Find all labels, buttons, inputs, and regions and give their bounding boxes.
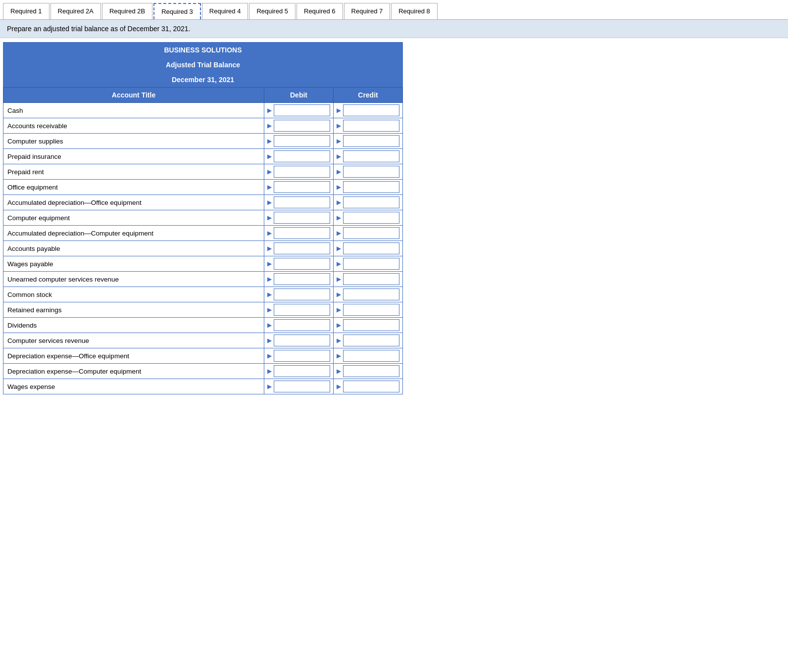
debit-cell[interactable]: ▶ bbox=[264, 118, 334, 134]
credit-cell[interactable]: ▶ bbox=[334, 318, 403, 333]
debit-input[interactable] bbox=[274, 227, 330, 239]
debit-input[interactable] bbox=[274, 319, 330, 331]
tab-req8[interactable]: Required 8 bbox=[391, 3, 438, 19]
credit-input[interactable] bbox=[343, 135, 399, 147]
debit-cell[interactable]: ▶ bbox=[264, 210, 334, 226]
tab-bar: Required 1Required 2ARequired 2BRequired… bbox=[0, 0, 788, 20]
debit-input[interactable] bbox=[274, 135, 330, 147]
credit-cell[interactable]: ▶ bbox=[334, 333, 403, 348]
tab-req3[interactable]: Required 3 bbox=[153, 3, 201, 19]
credit-cell[interactable]: ▶ bbox=[334, 103, 403, 118]
debit-cell[interactable]: ▶ bbox=[264, 348, 334, 364]
debit-input[interactable] bbox=[274, 381, 330, 392]
credit-cell[interactable]: ▶ bbox=[334, 226, 403, 241]
credit-input[interactable] bbox=[343, 304, 399, 316]
debit-cell[interactable]: ▶ bbox=[264, 272, 334, 287]
debit-input[interactable] bbox=[274, 304, 330, 316]
debit-input[interactable] bbox=[274, 288, 330, 300]
debit-cell[interactable]: ▶ bbox=[264, 149, 334, 164]
credit-input[interactable] bbox=[343, 258, 399, 270]
debit-input[interactable] bbox=[274, 181, 330, 193]
credit-input[interactable] bbox=[343, 350, 399, 362]
debit-cell[interactable]: ▶ bbox=[264, 103, 334, 118]
credit-cell[interactable]: ▶ bbox=[334, 180, 403, 195]
debit-arrow-icon: ▶ bbox=[267, 199, 272, 206]
table-title-1: BUSINESS SOLUTIONS bbox=[3, 43, 403, 58]
debit-input[interactable] bbox=[274, 104, 330, 116]
credit-input[interactable] bbox=[343, 227, 399, 239]
credit-input[interactable] bbox=[343, 319, 399, 331]
credit-arrow-icon: ▶ bbox=[337, 276, 341, 283]
debit-input[interactable] bbox=[274, 150, 330, 162]
debit-input[interactable] bbox=[274, 166, 330, 178]
debit-cell[interactable]: ▶ bbox=[264, 364, 334, 379]
debit-cell[interactable]: ▶ bbox=[264, 164, 334, 180]
account-title-cell: Common stock bbox=[3, 287, 264, 302]
debit-input[interactable] bbox=[274, 258, 330, 270]
tab-req2b[interactable]: Required 2B bbox=[102, 3, 152, 19]
tab-req1[interactable]: Required 1 bbox=[3, 3, 49, 19]
credit-input[interactable] bbox=[343, 381, 399, 392]
debit-input[interactable] bbox=[274, 335, 330, 346]
credit-input[interactable] bbox=[343, 104, 399, 116]
debit-cell[interactable]: ▶ bbox=[264, 379, 334, 394]
credit-input[interactable] bbox=[343, 181, 399, 193]
debit-cell[interactable]: ▶ bbox=[264, 302, 334, 318]
credit-arrow-icon: ▶ bbox=[337, 199, 341, 206]
debit-input[interactable] bbox=[274, 196, 330, 208]
debit-cell[interactable]: ▶ bbox=[264, 195, 334, 210]
debit-cell[interactable]: ▶ bbox=[264, 241, 334, 256]
credit-input[interactable] bbox=[343, 166, 399, 178]
credit-cell[interactable]: ▶ bbox=[334, 195, 403, 210]
debit-cell[interactable]: ▶ bbox=[264, 226, 334, 241]
credit-input[interactable] bbox=[343, 288, 399, 300]
credit-input[interactable] bbox=[343, 273, 399, 285]
credit-arrow-icon: ▶ bbox=[337, 138, 341, 144]
credit-cell[interactable]: ▶ bbox=[334, 164, 403, 180]
debit-cell[interactable]: ▶ bbox=[264, 134, 334, 149]
credit-input[interactable] bbox=[343, 335, 399, 346]
credit-arrow-icon: ▶ bbox=[337, 153, 341, 160]
credit-input[interactable] bbox=[343, 150, 399, 162]
credit-cell[interactable]: ▶ bbox=[334, 256, 403, 272]
credit-cell[interactable]: ▶ bbox=[334, 287, 403, 302]
credit-cell[interactable]: ▶ bbox=[334, 118, 403, 134]
credit-input[interactable] bbox=[343, 242, 399, 254]
debit-input[interactable] bbox=[274, 120, 330, 132]
debit-input[interactable] bbox=[274, 350, 330, 362]
debit-arrow-icon: ▶ bbox=[267, 214, 272, 221]
debit-input[interactable] bbox=[274, 365, 330, 377]
tab-req2a[interactable]: Required 2A bbox=[50, 3, 101, 19]
debit-cell[interactable]: ▶ bbox=[264, 256, 334, 272]
credit-arrow-icon: ▶ bbox=[337, 337, 341, 344]
credit-input[interactable] bbox=[343, 120, 399, 132]
credit-cell[interactable]: ▶ bbox=[334, 210, 403, 226]
debit-arrow-icon: ▶ bbox=[267, 153, 272, 160]
credit-input[interactable] bbox=[343, 196, 399, 208]
credit-cell[interactable]: ▶ bbox=[334, 379, 403, 394]
debit-cell[interactable]: ▶ bbox=[264, 287, 334, 302]
credit-cell[interactable]: ▶ bbox=[334, 302, 403, 318]
debit-input[interactable] bbox=[274, 242, 330, 254]
credit-input[interactable] bbox=[343, 365, 399, 377]
debit-cell[interactable]: ▶ bbox=[264, 333, 334, 348]
credit-cell[interactable]: ▶ bbox=[334, 134, 403, 149]
table-row: Unearned computer services revenue▶▶ bbox=[3, 272, 403, 287]
debit-arrow-icon: ▶ bbox=[267, 122, 272, 129]
debit-input[interactable] bbox=[274, 273, 330, 285]
credit-cell[interactable]: ▶ bbox=[334, 241, 403, 256]
credit-input[interactable] bbox=[343, 212, 399, 224]
tab-req6[interactable]: Required 6 bbox=[296, 3, 343, 19]
debit-cell[interactable]: ▶ bbox=[264, 318, 334, 333]
tab-req5[interactable]: Required 5 bbox=[249, 3, 296, 19]
credit-cell[interactable]: ▶ bbox=[334, 364, 403, 379]
credit-cell[interactable]: ▶ bbox=[334, 272, 403, 287]
credit-cell[interactable]: ▶ bbox=[334, 348, 403, 364]
credit-arrow-icon: ▶ bbox=[337, 184, 341, 191]
table-row: Wages expense▶▶ bbox=[3, 379, 403, 394]
tab-req4[interactable]: Required 4 bbox=[202, 3, 248, 19]
debit-input[interactable] bbox=[274, 212, 330, 224]
debit-cell[interactable]: ▶ bbox=[264, 180, 334, 195]
tab-req7[interactable]: Required 7 bbox=[344, 3, 391, 19]
credit-cell[interactable]: ▶ bbox=[334, 149, 403, 164]
